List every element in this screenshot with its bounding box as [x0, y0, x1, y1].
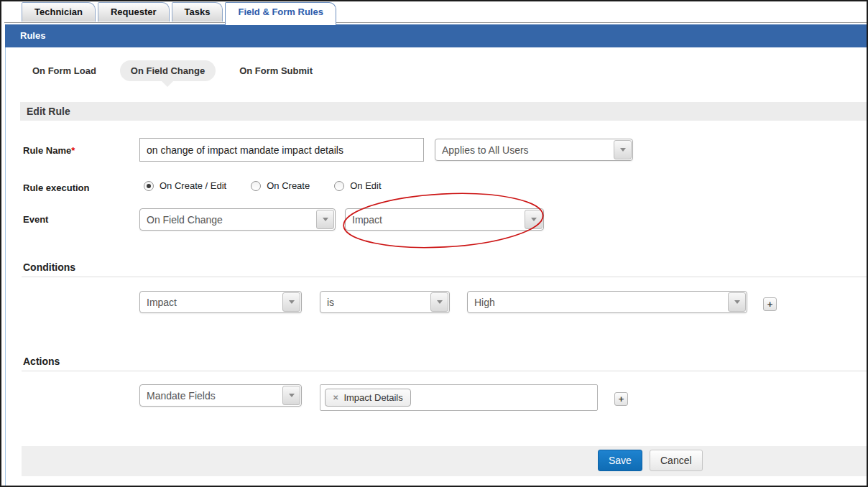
- rules-header-bar: Rules: [5, 24, 867, 47]
- required-asterisk: *: [71, 145, 75, 156]
- left-border-accent: [5, 24, 6, 486]
- chevron-down-glyph: [323, 218, 328, 221]
- radio-option-on-create[interactable]: On Create: [251, 180, 310, 191]
- add-action-button[interactable]: +: [614, 392, 628, 406]
- event-type-dropdown[interactable]: On Field Change: [139, 208, 336, 231]
- applies-to-value: Applies to All Users: [435, 144, 613, 156]
- chevron-down-glyph: [289, 300, 295, 304]
- condition-field-value: Impact: [140, 297, 282, 308]
- rule-name-input[interactable]: [139, 138, 424, 162]
- event-field-dropdown[interactable]: Impact: [345, 208, 544, 231]
- event-type-value: On Field Change: [140, 214, 315, 226]
- chevron-down-icon[interactable]: [614, 140, 632, 159]
- rules-header-title: Rules: [20, 30, 45, 41]
- radio-selected-icon[interactable]: [144, 181, 154, 191]
- edit-rule-section-header: Edit Rule: [20, 102, 867, 121]
- tab-technician[interactable]: Technician: [22, 2, 96, 22]
- action-type-dropdown[interactable]: Mandate Fields: [139, 384, 302, 407]
- radio-option-on-edit[interactable]: On Edit: [334, 180, 381, 191]
- chevron-down-icon[interactable]: [282, 386, 300, 405]
- applies-to-dropdown[interactable]: Applies to All Users: [435, 139, 633, 161]
- conditions-divider: [22, 277, 867, 277]
- event-label: Event: [23, 214, 48, 225]
- action-fields-multiselect[interactable]: ✕ Impact Details: [320, 384, 598, 411]
- rule-trigger-tabs: On Form Load On Field Change On Form Sub…: [22, 60, 323, 81]
- cancel-button[interactable]: Cancel: [650, 450, 703, 471]
- condition-value: High: [468, 297, 727, 308]
- rule-name-label-text: Rule Name: [23, 145, 71, 156]
- chevron-down-glyph: [531, 218, 537, 221]
- chevron-down-icon[interactable]: [728, 292, 746, 312]
- remove-tag-icon[interactable]: ✕: [333, 394, 338, 402]
- tab-tasks[interactable]: Tasks: [172, 2, 223, 22]
- condition-operator-dropdown[interactable]: is: [320, 291, 450, 313]
- rule-execution-options: On Create / Edit On Create On Edit: [144, 180, 382, 191]
- save-button[interactable]: Save: [598, 450, 642, 471]
- condition-operator-value: is: [320, 297, 430, 308]
- chevron-down-glyph: [437, 300, 443, 304]
- selected-field-tag: ✕ Impact Details: [325, 389, 411, 407]
- subtab-on-form-submit[interactable]: On Form Submit: [228, 60, 323, 81]
- radio-unselected-icon[interactable]: [251, 181, 261, 191]
- event-field-value: Impact: [346, 214, 524, 226]
- subtab-on-form-load[interactable]: On Form Load: [22, 60, 107, 81]
- footer-bar: [22, 446, 867, 476]
- top-tab-bar: Technician Requester Tasks Field & Form …: [22, 2, 336, 25]
- field-form-rules-page: Technician Requester Tasks Field & Form …: [0, 0, 868, 487]
- radio-label: On Create / Edit: [160, 180, 226, 191]
- subtab-on-field-change[interactable]: On Field Change: [120, 60, 216, 81]
- chevron-down-icon[interactable]: [525, 210, 542, 229]
- condition-value-dropdown[interactable]: High: [467, 291, 747, 313]
- radio-unselected-icon[interactable]: [334, 181, 344, 191]
- tab-requester[interactable]: Requester: [98, 2, 170, 22]
- tag-label: Impact Details: [343, 392, 402, 403]
- rule-name-label: Rule Name*: [23, 145, 75, 156]
- chevron-down-glyph: [620, 148, 626, 152]
- chevron-down-glyph: [734, 300, 740, 304]
- tab-field-form-rules[interactable]: Field & Form Rules: [225, 2, 336, 25]
- rule-execution-label: Rule execution: [23, 182, 89, 193]
- condition-field-dropdown[interactable]: Impact: [139, 291, 302, 313]
- edit-rule-title: Edit Rule: [27, 106, 70, 117]
- radio-label: On Edit: [350, 180, 381, 191]
- chevron-down-glyph: [289, 394, 295, 397]
- chevron-down-icon[interactable]: [430, 292, 448, 312]
- action-type-value: Mandate Fields: [140, 390, 282, 402]
- chevron-down-icon[interactable]: [316, 210, 334, 229]
- chevron-down-icon[interactable]: [282, 292, 300, 312]
- add-condition-button[interactable]: +: [763, 297, 777, 311]
- actions-divider: [22, 371, 867, 371]
- radio-option-on-create-edit[interactable]: On Create / Edit: [144, 180, 226, 191]
- conditions-section-title: Conditions: [23, 261, 75, 273]
- radio-label: On Create: [267, 180, 310, 191]
- actions-section-title: Actions: [23, 356, 60, 367]
